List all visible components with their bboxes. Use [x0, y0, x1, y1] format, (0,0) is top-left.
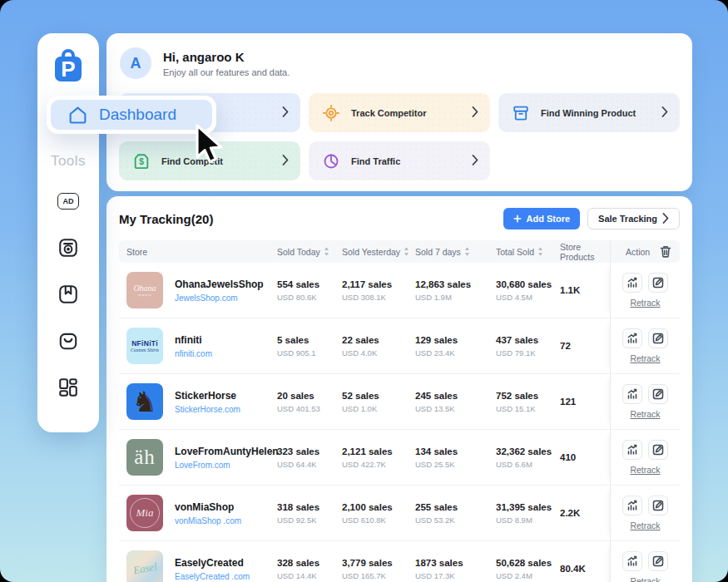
- chevron-right-icon: [662, 213, 669, 225]
- sold-today-cell: 20 sales USD 401.53: [277, 391, 342, 413]
- action-cell: Retrack: [610, 486, 680, 540]
- column-header-sold-yesterday[interactable]: Sold Yesterday: [342, 247, 415, 257]
- store-domain-link[interactable]: vonMiaShop .com: [175, 516, 241, 525]
- store-products-cell: 2.2K: [560, 508, 610, 518]
- edit-button[interactable]: [648, 273, 668, 293]
- sidebar-item-dashboard[interactable]: Dashboard: [47, 96, 216, 134]
- store-name: EaselyCreated: [175, 557, 250, 569]
- store-domain-link[interactable]: StickerHorse.com: [175, 405, 240, 414]
- app-window: P Tools AD Dashb: [0, 0, 728, 582]
- sales-chart-button[interactable]: [622, 551, 642, 571]
- column-header-sold-7-days[interactable]: Sold 7 days: [415, 247, 496, 257]
- store-domain-link[interactable]: LoveFrom.com: [175, 461, 277, 470]
- store-cell: Easel EaselyCreated EaselyCreated .com: [119, 550, 277, 582]
- ad-tool-icon[interactable]: AD: [57, 190, 80, 213]
- sort-icon: [464, 247, 470, 256]
- sold-yesterday-cell: 2,117 sales USD 308.1K: [342, 279, 415, 302]
- store-domain-link[interactable]: EaselyCreated .com: [175, 572, 250, 581]
- retrack-link[interactable]: Retrack: [630, 298, 660, 308]
- total-sold-cell: 437 sales USD 79.1K: [496, 335, 560, 358]
- edit-button[interactable]: [648, 440, 668, 460]
- sales-chart-button[interactable]: [622, 440, 642, 460]
- store-domain-link[interactable]: nfiniti.com: [175, 349, 212, 358]
- store-logo: Ohana jewels: [126, 272, 163, 308]
- column-header-action: Action: [610, 240, 680, 263]
- sold-today-cell: 328 sales USD 14.4K: [277, 558, 342, 580]
- product-box-icon: [512, 104, 530, 122]
- store-cell: Mia vonMiaShop vonMiaShop .com: [119, 495, 277, 531]
- chevron-right-icon: [472, 154, 478, 169]
- retrack-link[interactable]: Retrack: [630, 465, 660, 475]
- tracking-title: My Tracking(20): [119, 212, 213, 226]
- sold-today-cell: 554 sales USD 80.6K: [277, 279, 342, 302]
- store-logo-text: Mia: [136, 506, 154, 520]
- sold-today-cell: 5 sales USD 905.1: [277, 335, 342, 358]
- feature-card-find-winning-product[interactable]: Find Winning Product: [498, 93, 680, 132]
- edit-button[interactable]: [648, 496, 668, 515]
- store-domain-link[interactable]: JewelsShop.com: [175, 293, 264, 303]
- chevron-right-icon: [472, 106, 478, 121]
- total-sold-cell: 50,628 sales USD 2.4M: [496, 558, 560, 580]
- add-store-button[interactable]: Add Store: [503, 208, 581, 229]
- table-row: äh LoveFromAuntyHelen LoveFrom.com 323 s…: [119, 430, 680, 486]
- target-icon: [322, 104, 340, 122]
- chevron-right-icon: [282, 106, 289, 121]
- sort-icon: [537, 247, 543, 256]
- product-tracker-icon[interactable]: [57, 236, 80, 259]
- feature-card-find-traffic[interactable]: Find Traffic: [309, 141, 490, 180]
- sidebar-nav: AD: [37, 190, 99, 399]
- store-logo-text: Easel: [131, 560, 157, 578]
- sale-tracking-button[interactable]: Sale Tracking: [587, 208, 680, 229]
- total-sold-cell: 752 sales USD 15.1K: [496, 391, 560, 413]
- store-logo: NFiNiTi Custom Shirts: [126, 328, 163, 364]
- table-row: NFiNiTi Custom Shirts nfiniti nfiniti.co…: [119, 318, 680, 374]
- retrack-link[interactable]: Retrack: [630, 520, 660, 530]
- store-name: vonMiaShop: [175, 501, 241, 513]
- greeting-text: Hi, angaroo K: [163, 50, 290, 64]
- feature-card-find-competitor[interactable]: $ Find Competit: [119, 141, 300, 180]
- store-logo: ♞: [126, 383, 163, 420]
- retrack-link[interactable]: Retrack: [630, 353, 660, 363]
- sort-icon: [324, 247, 329, 256]
- sales-chart-button[interactable]: [622, 496, 642, 515]
- action-cell: Retrack: [610, 541, 680, 582]
- chevron-right-icon: [661, 106, 668, 121]
- sold-7-days-cell: 129 sales USD 23.4K: [415, 335, 496, 358]
- sales-chart-button[interactable]: [622, 273, 642, 293]
- sold-7-days-cell: 255 sales USD 53.2K: [415, 502, 496, 525]
- sales-chart-button[interactable]: [622, 328, 642, 348]
- pie-chart-icon: [322, 152, 340, 170]
- store-products-cell: 80.4K: [560, 564, 610, 574]
- sold-today-cell: 318 sales USD 92.5K: [277, 502, 342, 525]
- edit-button[interactable]: [648, 551, 668, 571]
- sales-chart-button[interactable]: [622, 384, 642, 404]
- apps-grid-icon[interactable]: [57, 376, 80, 399]
- action-cell: Retrack: [610, 263, 680, 318]
- column-header-sold-today[interactable]: Sold Today: [277, 247, 342, 257]
- retrack-link[interactable]: Retrack: [630, 576, 660, 582]
- store-tool-icon[interactable]: [57, 329, 80, 353]
- sold-7-days-cell: 1873 sales USD 17.3K: [415, 558, 496, 580]
- plus-icon: [513, 215, 522, 223]
- feature-card-track-competitor[interactable]: Track Competitor: [309, 93, 490, 132]
- tools-section-label: Tools: [37, 153, 99, 170]
- total-sold-cell: 31,395 sales USD 8.9M: [496, 502, 560, 525]
- shop-dollar-icon: $: [132, 152, 151, 170]
- column-header-store-products[interactable]: Store Products: [560, 242, 610, 262]
- table-row: Ohana jewels OhanaJewelsShop JewelsShop.…: [119, 263, 680, 318]
- store-logo: Mia: [126, 495, 163, 531]
- action-cell: Retrack: [610, 374, 680, 429]
- dashboard-label: Dashboard: [99, 106, 176, 124]
- bookmark-tool-icon[interactable]: [57, 283, 80, 306]
- store-cell: Ohana jewels OhanaJewelsShop JewelsShop.…: [119, 272, 277, 308]
- trash-icon[interactable]: [660, 245, 671, 258]
- store-products-cell: 121: [560, 397, 610, 407]
- greeting-subtitle: Enjoy all our features and data.: [163, 67, 290, 77]
- app-logo[interactable]: P: [37, 45, 99, 85]
- column-header-total-sold[interactable]: Total Sold: [496, 247, 560, 257]
- retrack-link[interactable]: Retrack: [630, 409, 660, 419]
- column-header-store[interactable]: Store: [119, 247, 277, 257]
- edit-button[interactable]: [648, 328, 668, 348]
- edit-button[interactable]: [648, 384, 668, 404]
- store-products-cell: 72: [560, 341, 610, 351]
